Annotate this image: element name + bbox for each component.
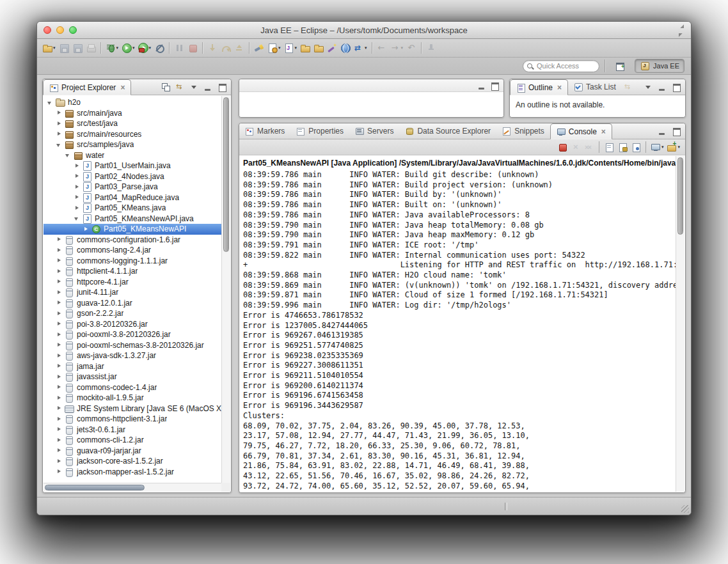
tree-item[interactable]: h2o: [44, 97, 221, 108]
close-icon[interactable]: ×: [120, 84, 125, 91]
minimize-button[interactable]: [656, 81, 669, 93]
magic-wand-button[interactable]: [326, 40, 338, 56]
expand-arrow-icon[interactable]: [56, 342, 62, 348]
minimize-button[interactable]: [656, 125, 669, 137]
skip-breakpoints-button[interactable]: [153, 40, 166, 56]
java-ee-perspective-button[interactable]: Java EE: [635, 59, 684, 73]
tree-item[interactable]: commons-logging-1.1.1.jar: [44, 256, 221, 267]
collapse-arrow-icon[interactable]: [56, 142, 62, 148]
expand-arrow-icon[interactable]: [56, 121, 62, 127]
scrollbar-thumb[interactable]: [223, 97, 229, 252]
new-java-element-button[interactable]: ▾: [283, 40, 299, 56]
tree-item[interactable]: guava-r09-jarjar.jar: [44, 446, 221, 457]
tree-item[interactable]: water: [44, 150, 221, 161]
tab-outline[interactable]: Outline×: [510, 79, 568, 95]
project-tree-hscrollbar[interactable]: [44, 483, 221, 492]
expand-arrow-icon[interactable]: [56, 427, 62, 432]
titlebar[interactable]: Java EE – Eclipse – /Users/tomk/Document…: [37, 22, 691, 39]
expand-arrow-icon[interactable]: [56, 332, 62, 338]
search-button[interactable]: [253, 40, 265, 56]
tree-item[interactable]: jackson-mapper-asl-1.5.2.jar: [44, 467, 221, 478]
scrollbar-thumb[interactable]: [45, 485, 145, 490]
expand-arrow-icon[interactable]: [56, 300, 62, 306]
tree-item[interactable]: jackson-core-asl-1.5.2.jar: [44, 456, 221, 467]
open-perspective-button[interactable]: [610, 59, 629, 73]
status-sash[interactable]: [505, 503, 507, 510]
minimize-button[interactable]: [475, 78, 488, 93]
web-browser-button[interactable]: [339, 40, 352, 56]
view-menu-button[interactable]: [642, 81, 654, 93]
expand-arrow-icon[interactable]: [56, 416, 62, 422]
tree-item[interactable]: jama.jar: [44, 361, 221, 372]
expand-arrow-icon[interactable]: [74, 205, 80, 211]
project-tree-vscrollbar[interactable]: [221, 96, 230, 483]
tab-project-explorer[interactable]: Project Explorer×: [43, 79, 131, 95]
tree-item[interactable]: src/samples/java: [44, 139, 221, 150]
tree-item[interactable]: Part02_4Nodes.java: [44, 171, 221, 182]
expand-arrow-icon[interactable]: [56, 458, 62, 464]
tree-item[interactable]: httpclient-4.1.1.jar: [44, 266, 221, 277]
expand-arrow-icon[interactable]: [56, 405, 62, 411]
last-edit-button[interactable]: [405, 40, 418, 56]
new-web-artifact-button[interactable]: ▾: [266, 40, 282, 56]
tab-properties[interactable]: Properties: [290, 123, 349, 139]
tree-item[interactable]: javassist.jar: [44, 372, 221, 382]
back-button[interactable]: [376, 40, 388, 56]
expand-arrow-icon[interactable]: [56, 290, 62, 295]
link-with-editor-button[interactable]: [622, 81, 635, 93]
tree-item[interactable]: Part05_KMeans.java: [44, 203, 221, 214]
collapse-arrow-icon[interactable]: [65, 152, 71, 158]
tree-item[interactable]: guava-12.0.1.jar: [44, 298, 221, 309]
tree-item[interactable]: commons-cli-1.2.jar: [44, 435, 221, 446]
tab-console[interactable]: Console×: [550, 123, 612, 139]
new-button[interactable]: ▾: [41, 40, 57, 56]
quick-access-input[interactable]: [523, 60, 599, 72]
display-selected-console-button[interactable]: ▾: [649, 140, 665, 154]
tree-item[interactable]: poi-3.8-20120326.jar: [44, 319, 221, 330]
expand-arrow-icon[interactable]: [56, 131, 62, 137]
expand-arrow-icon[interactable]: [56, 279, 62, 285]
scrollbar-thumb[interactable]: [677, 157, 683, 235]
expand-arrow-icon[interactable]: [56, 311, 62, 317]
expand-arrow-icon[interactable]: [56, 353, 62, 359]
step-into-button[interactable]: [206, 40, 219, 56]
step-return-button[interactable]: [233, 40, 246, 56]
tree-item[interactable]: src/main/resources: [44, 129, 221, 140]
tree-item[interactable]: src/main/java: [44, 108, 221, 119]
expand-arrow-icon[interactable]: [74, 194, 80, 200]
remove-all-launches-button[interactable]: [583, 140, 596, 154]
tree-item[interactable]: JRE System Library [Java SE 6 (MacOS X D…: [44, 403, 221, 414]
tree-item[interactable]: junit-4.11.jar: [44, 287, 221, 298]
tree-item[interactable]: gson-2.2.2.jar: [44, 308, 221, 319]
expand-arrow-icon[interactable]: [56, 237, 62, 242]
scroll-lock-button[interactable]: [616, 140, 629, 154]
terminate-button[interactable]: [186, 40, 199, 56]
collapse-all-button[interactable]: [159, 81, 172, 93]
close-icon[interactable]: ×: [557, 84, 562, 91]
tree-item[interactable]: Part05_KMeansNewAPI: [44, 224, 221, 235]
expand-arrow-icon[interactable]: [56, 448, 62, 453]
minimize-window-button[interactable]: [56, 26, 64, 34]
expand-arrow-icon[interactable]: [74, 184, 80, 190]
save-button[interactable]: [58, 40, 70, 56]
suspend-button[interactable]: [173, 40, 186, 56]
pin-editor-button[interactable]: [425, 40, 438, 56]
remove-launch-button[interactable]: [569, 140, 582, 154]
tree-item[interactable]: poi-ooxml-3.8-20120326.jar: [44, 329, 221, 340]
tree-item[interactable]: src/test/java: [44, 118, 221, 129]
terminate-button[interactable]: [556, 140, 569, 154]
open-file-button[interactable]: [299, 40, 312, 56]
tree-item[interactable]: poi-ooxml-schemas-3.8-20120326.jar: [44, 340, 221, 351]
expand-arrow-icon[interactable]: [56, 374, 62, 380]
tree-item[interactable]: commons-configuration-1.6.jar: [44, 235, 221, 246]
zoom-button[interactable]: [69, 26, 77, 34]
expand-arrow-icon[interactable]: [56, 110, 62, 116]
tree-item[interactable]: Part03_Parse.java: [44, 182, 221, 192]
tree-item[interactable]: commons-codec-1.4.jar: [44, 382, 221, 393]
close-button[interactable]: [44, 26, 51, 34]
link-with-editor-button[interactable]: [173, 81, 186, 93]
tree-item[interactable]: mockito-all-1.9.5.jar: [44, 393, 221, 403]
clear-console-button[interactable]: [603, 140, 615, 154]
maximize-button[interactable]: [670, 125, 683, 137]
import-button[interactable]: [312, 40, 325, 56]
